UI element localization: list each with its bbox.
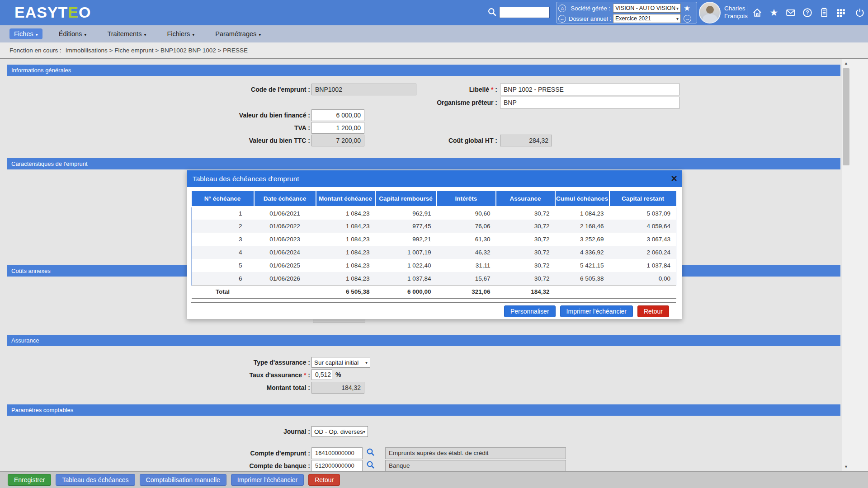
print-schedule-button[interactable]: Imprimer l'échéancier	[560, 305, 633, 317]
scrollbar-area: ▲ ▼	[842, 59, 868, 471]
schedule-column-header[interactable]: Assurance	[496, 191, 555, 206]
schedule-cell: 1 084,23	[316, 220, 375, 233]
print-schedule-footer-button[interactable]: Imprimer l'échéancier	[231, 474, 304, 486]
schedule-table-body: 101/06/20211 084,23962,9190,6030,721 084…	[192, 206, 676, 298]
user-avatar[interactable]	[699, 2, 721, 23]
close-icon[interactable]: ×	[671, 172, 677, 185]
schedule-row[interactable]: 601/06/20261 084,231 037,8415,6730,726 5…	[192, 272, 676, 285]
bank-account-lookup-icon[interactable]	[366, 460, 375, 470]
menu-item-fichiers[interactable]: Fichiers▾	[162, 28, 199, 39]
schedule-column-header[interactable]: Capital remboursé	[375, 191, 437, 206]
loan-code-field[interactable]: BNP1002	[311, 84, 416, 95]
apps-grid-icon[interactable]	[836, 8, 846, 18]
schedule-cell: 1 037,84	[375, 272, 437, 285]
lender-field[interactable]: BNP	[500, 97, 680, 108]
chevron-down-icon: ▾	[676, 16, 679, 21]
schedule-cell: 4	[192, 246, 254, 259]
scroll-up-button[interactable]: ▲	[842, 59, 850, 67]
notes-icon[interactable]	[819, 8, 829, 18]
back-button[interactable]: Retour	[637, 305, 669, 317]
menu-item-traitements[interactable]: Traitements▾	[103, 28, 151, 39]
previous-arrow-icon[interactable]: ←	[558, 15, 566, 23]
personalize-button[interactable]: Personnaliser	[504, 305, 556, 317]
loan-account-lookup-icon[interactable]	[366, 448, 375, 458]
scroll-down-button[interactable]: ▼	[842, 463, 850, 471]
menu-label: Paramétrages	[215, 30, 256, 38]
label-text: Taux d'assurance	[249, 371, 302, 379]
schedule-cell: 30,72	[496, 246, 555, 259]
avatar-silhouette	[706, 6, 714, 14]
vat-field[interactable]: 1 200,00	[311, 122, 364, 134]
app-logo[interactable]: EASYTEO	[14, 4, 91, 21]
favorites-icon[interactable]: ★	[769, 8, 779, 18]
journal-select[interactable]: OD - Op. diverses▾	[311, 426, 368, 437]
insurance-rate-label: Taux d'assurance * :	[197, 369, 310, 381]
schedule-row[interactable]: 301/06/20231 084,23992,2161,3030,723 252…	[192, 233, 676, 246]
managed-company-label: Société gérée :	[569, 5, 610, 12]
dialog-title: Tableau des échéances d'emprunt	[187, 170, 682, 187]
back-footer-button[interactable]: Retour	[308, 474, 340, 486]
power-icon[interactable]	[855, 8, 865, 18]
loan-account-field[interactable]: 164100000000	[311, 447, 363, 459]
schedule-cell: 90,60	[437, 206, 496, 220]
annual-folder-select[interactable]: Exercice 2021▾	[613, 14, 681, 23]
schedule-cell: 30,72	[496, 259, 555, 272]
financed-value-label: Valeur du bien financé :	[197, 109, 310, 121]
schedule-cell	[555, 285, 609, 298]
favorite-star-icon[interactable]: ★	[684, 5, 690, 12]
schedule-cell: 1 084,23	[316, 272, 375, 285]
home-icon[interactable]	[752, 8, 762, 18]
schedule-row[interactable]: 201/06/20221 084,23977,4576,0630,722 168…	[192, 220, 676, 233]
schedule-cell: 4 059,64	[609, 220, 676, 233]
managed-company-select[interactable]: VISION - AUTO VISION▾	[613, 4, 681, 13]
global-cost-field[interactable]: 284,32	[500, 135, 552, 146]
label-colon: :	[306, 371, 310, 379]
next-arrow-icon[interactable]: →	[684, 15, 691, 23]
help-icon[interactable]: ?	[802, 8, 812, 18]
schedule-column-header[interactable]: N° échéance	[192, 191, 254, 206]
header-divider	[747, 5, 747, 20]
schedule-column-header[interactable]: Montant échéance	[316, 191, 375, 206]
journal-value: OD - Op. diverses	[314, 428, 363, 435]
schedule-cell: 31,11	[437, 259, 496, 272]
chevron-down-icon: ▾	[192, 32, 194, 37]
menu-item-editions[interactable]: Éditions▾	[54, 28, 91, 39]
annual-folder-value: Exercice 2021	[615, 15, 676, 22]
schedule-column-header[interactable]: Intérêts	[437, 191, 496, 206]
schedule-cell: 977,45	[375, 220, 437, 233]
section-caracteristiques: Caractéristiques de l'emprunt	[7, 158, 840, 169]
schedule-cell: 6 505,38	[555, 272, 609, 285]
menu-item-fiches[interactable]: Fiches▾	[9, 28, 42, 39]
mail-icon[interactable]	[786, 8, 796, 18]
schedule-cell: 321,06	[437, 285, 496, 298]
bank-account-field[interactable]: 512000000000	[311, 460, 363, 472]
ttc-value-field[interactable]: 7 200,00	[311, 135, 364, 146]
search-input[interactable]	[499, 7, 550, 18]
schedule-row[interactable]: 101/06/20211 084,23962,9190,6030,721 084…	[192, 206, 676, 220]
user-last-name: François	[724, 12, 748, 20]
schedule-row[interactable]: 401/06/20241 084,231 007,1946,3230,724 3…	[192, 246, 676, 259]
insurance-total-field[interactable]: 184,32	[311, 382, 364, 394]
financed-value-field[interactable]: 6 000,00	[311, 109, 364, 121]
label-field[interactable]: BNP 1002 - PRESSE	[500, 84, 680, 95]
schedule-column-header[interactable]: Date échéance	[254, 191, 316, 206]
save-button[interactable]: Enregistrer	[8, 474, 51, 486]
scrollbar-thumb[interactable]	[843, 68, 849, 165]
schedule-column-header[interactable]: Capital restant	[609, 191, 676, 206]
user-name[interactable]: CharlesFrançois	[724, 5, 748, 20]
schedule-cell: 30,72	[496, 220, 555, 233]
insurance-type-select[interactable]: Sur capital initial▾	[311, 357, 370, 368]
home-circle-icon[interactable]: ⌂	[558, 5, 566, 12]
manual-posting-button[interactable]: Comptabilisation manuelle	[140, 474, 226, 486]
schedule-cell: 1 022,40	[375, 259, 437, 272]
schedule-column-header[interactable]: Cumul échéances	[555, 191, 609, 206]
insurance-rate-field[interactable]: 0,512	[311, 369, 332, 380]
breadcrumb-bar: Fonction en cours : Immobilisations > Fi…	[0, 42, 868, 59]
schedule-total-row[interactable]: Total6 505,386 000,00321,06184,32	[192, 285, 676, 298]
schedule-header-row: N° échéanceDate échéanceMontant échéance…	[192, 191, 676, 206]
schedule-table-button[interactable]: Tableau des échéances	[56, 474, 135, 486]
menu-item-parametrages[interactable]: Paramétrages▾	[211, 28, 265, 39]
schedule-row[interactable]: 501/06/20251 084,231 022,4031,1130,725 4…	[192, 259, 676, 272]
journal-label: Journal :	[197, 426, 310, 437]
schedule-cell: 1	[192, 206, 254, 220]
